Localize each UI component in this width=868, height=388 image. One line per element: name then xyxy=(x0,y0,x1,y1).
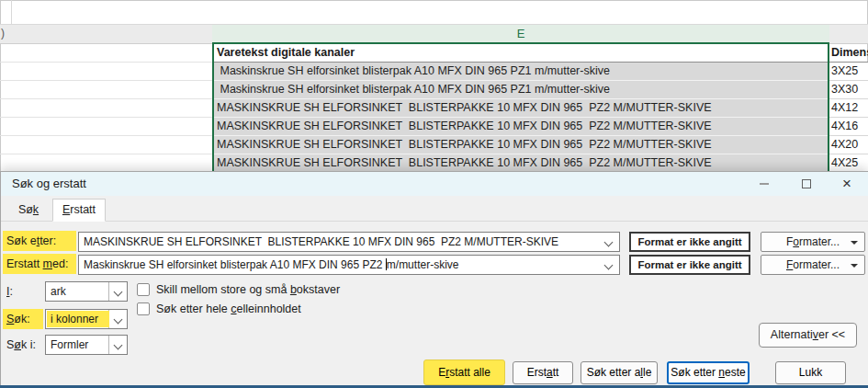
cell-dim-header[interactable]: Dimensjon xyxy=(829,44,868,63)
chevron-down-icon xyxy=(114,288,123,297)
format-status-replace: Format er ikke angitt xyxy=(629,255,750,275)
dropdown-segment[interactable] xyxy=(108,310,127,328)
gridline xyxy=(0,154,213,154)
chevron-down-icon[interactable] xyxy=(604,261,614,270)
gridline xyxy=(0,135,213,136)
table-row-dim[interactable]: 4X16 xyxy=(829,118,868,136)
gridline xyxy=(0,80,213,81)
close-icon: × xyxy=(842,175,851,193)
sok-etter-label: Søk etter: xyxy=(3,231,76,251)
dialog-title: Søk og erstatt xyxy=(12,177,86,190)
table-row-cell[interactable]: MASKINSKRUE SH ELFORSINKET BLISTERPAKKE … xyxy=(214,154,828,173)
formater-button-find[interactable]: Formater... xyxy=(761,232,865,252)
table-row-cell[interactable]: Maskinskrue SH elforsinket blisterpak A1… xyxy=(214,63,828,81)
pane-divider-line xyxy=(11,0,12,24)
minimize-icon xyxy=(760,183,769,185)
cell-e-header[interactable]: Varetekst digitale kanaler xyxy=(214,44,828,63)
within-label: I: xyxy=(6,281,13,302)
erstatt-button[interactable]: Erstatt xyxy=(513,361,573,384)
table-row-dim[interactable]: 4X25 xyxy=(829,154,868,173)
table-row-dim[interactable]: 4X12 xyxy=(829,99,868,118)
checkbox-icon[interactable] xyxy=(137,283,150,296)
maximize-button[interactable] xyxy=(791,172,822,196)
search-direction-select[interactable]: i kolonner xyxy=(45,309,128,329)
alternativer-button[interactable]: Alternativer << xyxy=(759,323,857,348)
formater-button-replace[interactable]: Formater... xyxy=(761,255,865,275)
column-header-e[interactable]: E xyxy=(212,25,829,44)
sok-etter-alle-button[interactable]: Søk etter alle xyxy=(581,361,658,384)
erstatt-med-input[interactable]: Maskinskrue SH elforsinket blisterpak A1… xyxy=(78,255,620,275)
chevron-down-icon[interactable] xyxy=(604,238,614,247)
find-replace-dialog: Søk og erstatt × Søk Erstatt Søk etter: … xyxy=(0,171,868,388)
search-direction-label: Søk: xyxy=(3,309,43,329)
table-row-dim[interactable]: 4X20 xyxy=(829,136,868,154)
minimize-button[interactable] xyxy=(749,172,780,196)
selection-border-left xyxy=(212,43,214,171)
sok-etter-input[interactable]: MASKINSKRUE SH ELFORSINKET BLISTERPAKKE … xyxy=(78,232,620,252)
selection-border-right xyxy=(828,43,829,171)
dropdown-segment[interactable] xyxy=(108,336,127,354)
gridline xyxy=(0,117,213,118)
checkbox-icon[interactable] xyxy=(137,302,150,315)
table-row-cell[interactable]: MASKINSKRUE SH ELFORSINKET BLISTERPAKKE … xyxy=(214,99,828,118)
table-row-cell[interactable]: Maskinskrue SH elforsinket blisterpak A1… xyxy=(214,81,828,99)
chevron-down-icon xyxy=(114,315,123,325)
chevron-down-icon xyxy=(114,341,123,350)
entire-cell-checkbox-row[interactable]: Søk etter hele celleinnholdet xyxy=(137,302,301,316)
table-row-cell[interactable]: MASKINSKRUE SH ELFORSINKET BLISTERPAKKE … xyxy=(214,118,828,136)
close-button[interactable]: × xyxy=(831,172,862,196)
look-in-select[interactable]: Formler xyxy=(45,335,128,355)
sok-etter-value: MASKINSKRUE SH ELFORSINKET BLISTERPAKKE … xyxy=(84,233,599,251)
tab-strip: Søk Erstatt xyxy=(1,196,868,222)
gridline xyxy=(0,62,213,63)
dropdown-arrow-icon xyxy=(851,241,858,245)
screenshot-canvas: ) E Varetekst digitale kanaler Dimensjon… xyxy=(0,0,868,388)
table-row-dim[interactable]: 3X25 xyxy=(829,63,868,81)
erstatt-med-label: Erstatt med: xyxy=(3,254,76,274)
dialog-titlebar[interactable]: Søk og erstatt × xyxy=(1,172,868,196)
tab-erstatt[interactable]: Erstatt xyxy=(52,199,106,222)
maximize-icon xyxy=(802,179,811,188)
match-case-checkbox-row[interactable]: Skill mellom store og små bokstaver xyxy=(137,282,340,297)
table-row-cell[interactable]: MASKINSKRUE SH ELFORSINKET BLISTERPAKKE … xyxy=(214,136,828,154)
sok-etter-neste-button[interactable]: Søk etter neste xyxy=(667,361,750,384)
erstatt-med-value: Maskinskrue SH elforsinket blisterpak A1… xyxy=(84,256,599,274)
gridline xyxy=(0,98,213,99)
match-case-label: Skill mellom store og små bokstaver xyxy=(156,283,340,296)
dropdown-arrow-icon xyxy=(851,264,858,268)
within-select[interactable]: ark xyxy=(45,281,128,302)
dropdown-segment[interactable] xyxy=(108,282,127,301)
entire-cell-label: Søk etter hele celleinnholdet xyxy=(156,302,301,315)
clipped-header-text: ) xyxy=(1,27,5,40)
table-row-dim[interactable]: 3X30 xyxy=(829,81,868,99)
look-in-label: Søk i: xyxy=(6,335,36,355)
erstatt-alle-button[interactable]: Erstatt alle xyxy=(423,359,505,385)
format-status-find: Format er ikke angitt xyxy=(629,232,750,252)
lukk-button[interactable]: Lukk xyxy=(775,361,846,384)
tab-sok[interactable]: Søk xyxy=(8,199,49,222)
